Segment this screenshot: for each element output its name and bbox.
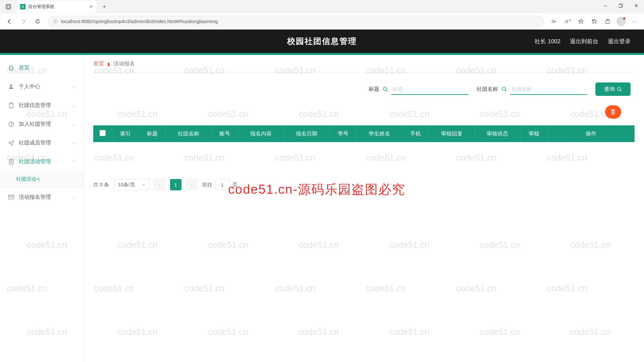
page-size-value: 10条/页 bbox=[118, 182, 135, 188]
sidebar-item-signup[interactable]: 活动报名管理 ⌄ bbox=[0, 188, 84, 206]
chevron-up-icon: ⌃ bbox=[72, 159, 75, 164]
goto-suffix: 页 bbox=[232, 182, 237, 188]
extensions-icon[interactable] bbox=[602, 15, 614, 27]
sidebar-item-activities[interactable]: 社团活动管理 ⌃ bbox=[0, 152, 84, 171]
new-tab-button[interactable]: + bbox=[99, 2, 109, 12]
favorite-icon[interactable] bbox=[575, 15, 587, 27]
chevron-down-icon: ⌄ bbox=[72, 195, 75, 199]
svg-rect-7 bbox=[607, 19, 608, 20]
table-empty-row bbox=[93, 142, 635, 166]
goto-front-link[interactable]: 退出到前台 bbox=[570, 38, 598, 45]
svg-rect-0 bbox=[6, 4, 11, 9]
site-info-icon[interactable]: ⓘ bbox=[53, 18, 58, 24]
sidebar-item-home[interactable]: 首页 bbox=[0, 58, 84, 77]
chevron-down-icon: ▾ bbox=[143, 183, 145, 187]
tab-favicon-icon: V bbox=[20, 4, 25, 9]
th-reply: 审核回复 bbox=[429, 125, 475, 142]
browser-chrome: V 后台管理系统 × + ─ ✕ ⓘ localhost:8080/spring… bbox=[0, 0, 644, 29]
tab-bar: V 后台管理系统 × + ─ ✕ bbox=[0, 0, 644, 13]
search-button[interactable]: 查询 bbox=[595, 82, 631, 96]
breadcrumb-home[interactable]: 首页 bbox=[93, 60, 104, 67]
action-row bbox=[93, 105, 635, 119]
svg-rect-2 bbox=[619, 4, 622, 7]
breadcrumb: 首页 ▮ 活动报名 bbox=[93, 60, 635, 72]
password-icon[interactable] bbox=[548, 15, 560, 27]
sidebar-label: 社团成员管理 bbox=[19, 139, 51, 146]
page-total: 共 0 条 bbox=[93, 182, 109, 188]
menu-icon[interactable]: ⋯ bbox=[629, 15, 641, 27]
filter-title-label: 标题 bbox=[369, 86, 379, 93]
sidebar-item-join-club[interactable]: 加入社团管理 ⌄ bbox=[0, 115, 84, 133]
filter-title-input[interactable] bbox=[391, 83, 469, 95]
data-table: 索引 标题 社团名称 账号 报名内容 报名日期 学号 学生姓名 手机 审核回复 … bbox=[93, 125, 635, 166]
filter-club-input[interactable] bbox=[510, 83, 587, 95]
svg-rect-16 bbox=[9, 195, 14, 199]
tab-title: 后台管理系统 bbox=[28, 4, 87, 10]
search-button-label: 查询 bbox=[604, 86, 615, 93]
svg-point-21 bbox=[618, 87, 621, 90]
delete-button[interactable] bbox=[605, 105, 621, 119]
cursor-icon: ↖ bbox=[37, 177, 41, 182]
page-prev-button[interactable]: ‹ bbox=[154, 179, 165, 190]
svg-point-8 bbox=[10, 84, 12, 86]
th-studentname: 学生姓名 bbox=[356, 125, 402, 142]
header-right: 社长 1002 退出到前台 退出登录 bbox=[535, 38, 631, 45]
mail-icon bbox=[8, 195, 14, 199]
read-aloud-icon[interactable]: A⁹ bbox=[561, 15, 574, 27]
sidebar-label: 个人中心 bbox=[19, 83, 40, 90]
svg-rect-1 bbox=[7, 5, 10, 8]
address-bar: ⓘ localhost:8080/springbootnp4n3/admin/d… bbox=[0, 13, 644, 29]
app-header: 校园社团信息管理 社长 1002 退出到前台 退出登录 bbox=[0, 29, 644, 53]
th-index: 索引 bbox=[112, 125, 139, 142]
collections-icon[interactable] bbox=[588, 15, 600, 27]
page-next-button[interactable]: › bbox=[186, 179, 198, 190]
th-studentno: 学号 bbox=[330, 125, 357, 142]
user-icon bbox=[8, 84, 14, 89]
page-goto: 前往 页 bbox=[202, 179, 237, 190]
url-bar[interactable]: ⓘ localhost:8080/springbootnp4n3/admin/d… bbox=[48, 16, 543, 27]
page-number-current[interactable]: 1 bbox=[170, 179, 181, 190]
sidebar: 首页 个人中心 ⌄ 社团信息管理 ⌄ 加入社团管理 ⌄ 社团成员管理 ⌄ 社团活… bbox=[0, 55, 84, 362]
sidebar-label: 社团信息管理 bbox=[19, 102, 51, 109]
maximize-button[interactable] bbox=[613, 0, 629, 11]
tab-close-button[interactable]: × bbox=[90, 4, 93, 10]
page-size-select[interactable]: 10条/页 ▾ bbox=[114, 179, 149, 190]
logout-link[interactable]: 退出登录 bbox=[608, 38, 631, 45]
sidebar-item-profile[interactable]: 个人中心 ⌄ bbox=[0, 77, 84, 96]
th-content: 报名内容 bbox=[238, 125, 284, 142]
search-icon bbox=[501, 86, 507, 92]
sidebar-item-club-info[interactable]: 社团信息管理 ⌄ bbox=[0, 96, 84, 115]
main-content: 首页 ▮ 活动报名 标题 社团名称 查询 bbox=[84, 55, 644, 362]
minimize-button[interactable]: ─ bbox=[598, 0, 613, 11]
filter-row: 标题 社团名称 查询 bbox=[93, 82, 635, 96]
clipboard-icon bbox=[8, 103, 14, 108]
svg-rect-9 bbox=[9, 103, 13, 108]
refresh-button[interactable] bbox=[32, 15, 44, 27]
forward-button[interactable] bbox=[17, 15, 30, 27]
sidebar-label: 社团活动管理 bbox=[19, 158, 51, 165]
user-label[interactable]: 社长 1002 bbox=[535, 38, 560, 45]
breadcrumb-page: 活动报名 bbox=[113, 60, 135, 67]
th-checkbox[interactable] bbox=[93, 125, 112, 142]
submenu-label: 社团活动 bbox=[16, 176, 36, 182]
browser-tab[interactable]: V 后台管理系统 × bbox=[16, 1, 97, 13]
th-status: 审核状态 bbox=[475, 125, 520, 142]
sidebar-subitem-activity[interactable]: 社团活动↖ bbox=[0, 171, 84, 188]
toolbar-icons: A⁹ ⋯ bbox=[548, 15, 641, 27]
svg-point-3 bbox=[552, 20, 554, 23]
list-icon bbox=[8, 159, 14, 165]
page-goto-input[interactable] bbox=[215, 179, 230, 190]
back-button[interactable] bbox=[3, 15, 15, 27]
profile-icon[interactable] bbox=[615, 15, 627, 27]
close-window-button[interactable]: ✕ bbox=[629, 0, 644, 11]
breadcrumb-icon: ▮ bbox=[107, 61, 110, 67]
th-actions: 操作 bbox=[547, 125, 635, 142]
sidebar-item-members[interactable]: 社团成员管理 ⌄ bbox=[0, 133, 84, 152]
tab-manager-button[interactable] bbox=[3, 1, 14, 12]
sidebar-label: 活动报名管理 bbox=[19, 194, 51, 201]
svg-point-17 bbox=[383, 87, 387, 90]
svg-rect-10 bbox=[10, 103, 12, 104]
search-icon bbox=[383, 86, 388, 92]
filter-club-label: 社团名称 bbox=[477, 86, 498, 93]
home-icon bbox=[8, 65, 14, 71]
